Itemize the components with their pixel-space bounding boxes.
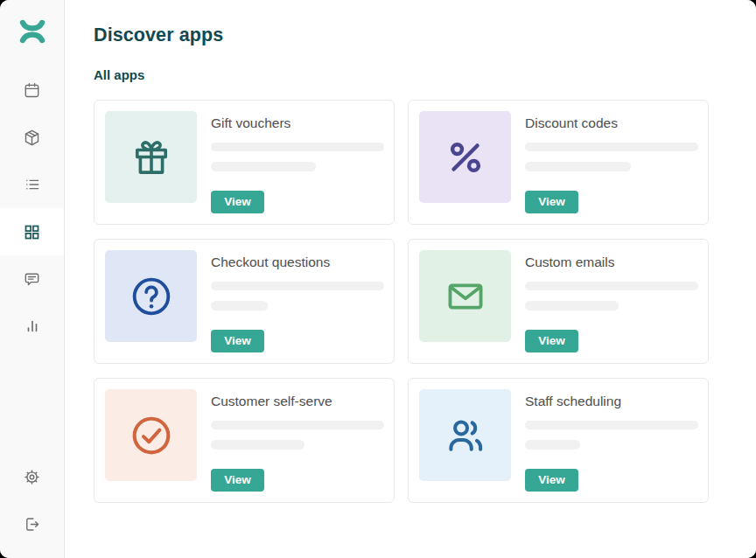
app-icon-tile [105,389,197,481]
sidebar-item-package[interactable] [0,114,64,161]
calendar-icon [23,81,41,100]
app-window: Discover apps All apps Gift vouchers Vie… [0,0,756,558]
sidebar-footer [0,453,64,548]
skeleton-bar [525,301,619,310]
view-button[interactable]: View [211,330,264,352]
app-card: Custom emails View [408,239,709,364]
app-icon-tile [105,111,197,203]
package-icon [23,129,41,147]
app-card-title: Custom emails [525,255,698,270]
app-card: Checkout questions View [94,239,395,364]
people-icon [442,412,489,459]
app-icon-tile [419,111,511,203]
app-card-grid: Gift vouchers View Discount codes View [94,100,756,503]
skeleton-bar [525,440,580,449]
skeleton-bar [211,301,268,310]
app-card-body: Gift vouchers View [211,111,384,213]
sidebar-item-messages[interactable] [0,255,64,303]
skeleton-bar [211,421,384,429]
question-icon [128,273,175,320]
sidebar [0,0,65,558]
app-card-body: Staff scheduling View [525,389,698,492]
view-button[interactable]: View [525,469,578,492]
app-card-body: Customer self-serve View [211,389,384,492]
bar-chart-icon [24,317,41,335]
app-card-body: Checkout questions View [211,250,384,352]
app-card: Customer self-serve View [94,378,395,503]
list-icon [24,176,41,193]
percent-icon [442,134,489,181]
app-card: Staff scheduling View [408,378,709,503]
app-card-body: Custom emails View [525,250,698,352]
skeleton-bar [211,162,316,171]
gift-icon [128,134,175,181]
sidebar-item-reports[interactable] [0,303,64,350]
check-circle-icon [128,412,175,459]
skeleton-bar [211,143,384,151]
sidebar-item-settings[interactable] [0,453,64,500]
app-card-title: Discount codes [525,115,698,131]
sidebar-item-calendar[interactable] [0,66,64,114]
app-card-title: Staff scheduling [525,394,698,409]
view-button[interactable]: View [211,191,264,213]
skeleton-bar [211,282,384,290]
app-card-title: Checkout questions [211,255,384,270]
grid-icon [23,223,41,241]
page-title: Discover apps [94,24,756,46]
app-card-title: Customer self-serve [211,394,384,409]
sidebar-item-apps[interactable] [0,208,64,255]
chat-icon [23,270,41,289]
skeleton-bar [525,162,631,171]
skeleton-bar [211,440,304,449]
section-label-all-apps: All apps [94,67,756,82]
app-icon-tile [105,250,197,342]
app-icon-tile [419,389,511,481]
app-card: Gift vouchers View [94,100,395,225]
mail-icon [442,273,489,320]
app-card-body: Discount codes View [525,111,698,213]
skeleton-bar [525,143,698,151]
skeleton-bar [525,421,698,429]
brand-logo-icon [18,18,47,45]
skeleton-bar [525,282,698,290]
app-icon-tile [419,250,511,342]
gear-icon [23,468,41,486]
sidebar-item-list[interactable] [0,161,64,208]
app-card: Discount codes View [408,100,709,225]
app-card-title: Gift vouchers [211,115,384,131]
logout-icon [23,515,41,534]
sidebar-item-logout[interactable] [0,500,64,548]
view-button[interactable]: View [525,191,578,213]
view-button[interactable]: View [211,469,264,492]
main-content: Discover apps All apps Gift vouchers Vie… [65,0,756,558]
brand-logo[interactable] [18,19,47,44]
view-button[interactable]: View [525,330,578,352]
